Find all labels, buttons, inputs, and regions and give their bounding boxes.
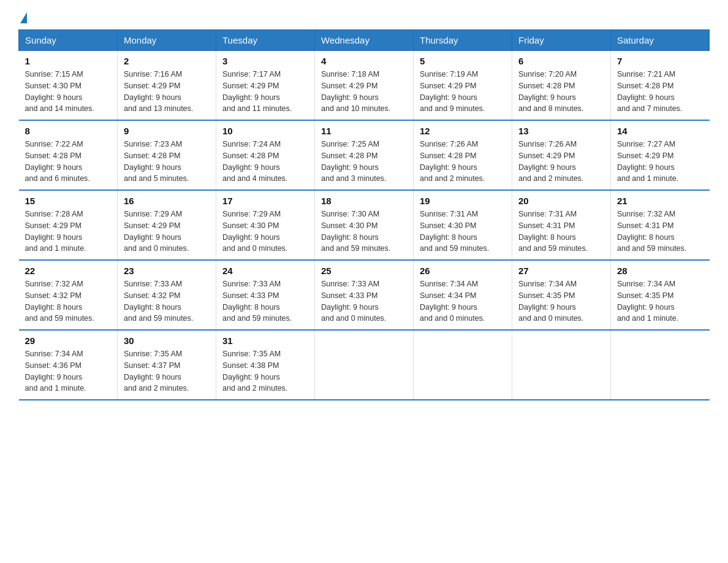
calendar-cell: 9Sunrise: 7:23 AMSunset: 4:28 PMDaylight… <box>118 120 216 190</box>
calendar-cell: 21Sunrise: 7:32 AMSunset: 4:31 PMDayligh… <box>611 190 710 260</box>
column-header-saturday: Saturday <box>611 30 710 51</box>
day-number: 9 <box>124 126 210 136</box>
calendar-header-row: SundayMondayTuesdayWednesdayThursdayFrid… <box>19 30 710 51</box>
day-info: Sunrise: 7:27 AMSunset: 4:29 PMDaylight:… <box>617 139 703 185</box>
calendar-cell: 31Sunrise: 7:35 AMSunset: 4:38 PMDayligh… <box>216 330 315 400</box>
day-number: 25 <box>321 266 407 276</box>
calendar-cell <box>315 330 414 400</box>
day-number: 27 <box>518 266 604 276</box>
day-number: 19 <box>420 196 506 206</box>
calendar-cell: 16Sunrise: 7:29 AMSunset: 4:29 PMDayligh… <box>118 190 216 260</box>
day-info: Sunrise: 7:26 AMSunset: 4:29 PMDaylight:… <box>518 139 604 185</box>
day-number: 24 <box>222 266 308 276</box>
calendar-cell: 24Sunrise: 7:33 AMSunset: 4:33 PMDayligh… <box>216 260 315 330</box>
day-number: 12 <box>420 126 506 136</box>
day-number: 7 <box>617 56 703 66</box>
calendar-cell <box>512 330 611 400</box>
calendar-cell: 20Sunrise: 7:31 AMSunset: 4:31 PMDayligh… <box>512 190 611 260</box>
week-row-5: 29Sunrise: 7:34 AMSunset: 4:36 PMDayligh… <box>19 330 710 400</box>
day-number: 4 <box>321 56 407 66</box>
day-info: Sunrise: 7:21 AMSunset: 4:28 PMDaylight:… <box>617 69 703 115</box>
calendar-table: SundayMondayTuesdayWednesdayThursdayFrid… <box>18 29 710 400</box>
day-info: Sunrise: 7:29 AMSunset: 4:30 PMDaylight:… <box>222 209 308 255</box>
day-number: 5 <box>420 56 506 66</box>
day-number: 11 <box>321 126 407 136</box>
day-info: Sunrise: 7:33 AMSunset: 4:33 PMDaylight:… <box>321 278 407 324</box>
day-info: Sunrise: 7:33 AMSunset: 4:33 PMDaylight:… <box>222 278 308 324</box>
calendar-cell: 12Sunrise: 7:26 AMSunset: 4:28 PMDayligh… <box>414 120 512 190</box>
week-row-4: 22Sunrise: 7:32 AMSunset: 4:32 PMDayligh… <box>19 260 710 330</box>
day-number: 10 <box>222 126 308 136</box>
day-number: 16 <box>124 196 210 206</box>
calendar-cell: 27Sunrise: 7:34 AMSunset: 4:35 PMDayligh… <box>512 260 611 330</box>
day-number: 18 <box>321 196 407 206</box>
day-info: Sunrise: 7:34 AMSunset: 4:35 PMDaylight:… <box>617 278 703 324</box>
day-info: Sunrise: 7:23 AMSunset: 4:28 PMDaylight:… <box>124 139 210 185</box>
column-header-friday: Friday <box>512 30 611 51</box>
calendar-cell <box>414 330 512 400</box>
logo-triangle-icon <box>20 12 27 23</box>
day-info: Sunrise: 7:25 AMSunset: 4:28 PMDaylight:… <box>321 139 407 185</box>
calendar-cell: 3Sunrise: 7:17 AMSunset: 4:29 PMDaylight… <box>216 51 315 121</box>
day-info: Sunrise: 7:15 AMSunset: 4:30 PMDaylight:… <box>25 69 112 115</box>
day-number: 6 <box>518 56 604 66</box>
calendar-cell <box>611 330 710 400</box>
day-info: Sunrise: 7:33 AMSunset: 4:32 PMDaylight:… <box>124 278 210 324</box>
day-info: Sunrise: 7:19 AMSunset: 4:29 PMDaylight:… <box>420 69 506 115</box>
calendar-cell: 14Sunrise: 7:27 AMSunset: 4:29 PMDayligh… <box>611 120 710 190</box>
calendar-cell: 25Sunrise: 7:33 AMSunset: 4:33 PMDayligh… <box>315 260 414 330</box>
calendar-cell: 22Sunrise: 7:32 AMSunset: 4:32 PMDayligh… <box>19 260 118 330</box>
day-number: 2 <box>124 56 210 66</box>
day-info: Sunrise: 7:34 AMSunset: 4:36 PMDaylight:… <box>25 348 112 394</box>
day-number: 8 <box>25 126 112 136</box>
calendar-cell: 10Sunrise: 7:24 AMSunset: 4:28 PMDayligh… <box>216 120 315 190</box>
day-info: Sunrise: 7:17 AMSunset: 4:29 PMDaylight:… <box>222 69 308 115</box>
column-header-tuesday: Tuesday <box>216 30 315 51</box>
day-info: Sunrise: 7:18 AMSunset: 4:29 PMDaylight:… <box>321 69 407 115</box>
column-header-sunday: Sunday <box>19 30 118 51</box>
day-info: Sunrise: 7:35 AMSunset: 4:38 PMDaylight:… <box>222 348 308 394</box>
day-info: Sunrise: 7:22 AMSunset: 4:28 PMDaylight:… <box>25 139 112 185</box>
day-number: 14 <box>617 126 703 136</box>
day-info: Sunrise: 7:30 AMSunset: 4:30 PMDaylight:… <box>321 209 407 255</box>
day-number: 30 <box>124 335 210 346</box>
day-info: Sunrise: 7:34 AMSunset: 4:35 PMDaylight:… <box>518 278 604 324</box>
day-number: 21 <box>617 196 703 206</box>
week-row-2: 8Sunrise: 7:22 AMSunset: 4:28 PMDaylight… <box>19 120 710 190</box>
day-number: 13 <box>518 126 604 136</box>
day-number: 20 <box>518 196 604 206</box>
calendar-cell: 19Sunrise: 7:31 AMSunset: 4:30 PMDayligh… <box>414 190 512 260</box>
page-header <box>18 12 710 23</box>
day-number: 15 <box>25 196 112 206</box>
day-info: Sunrise: 7:31 AMSunset: 4:31 PMDaylight:… <box>518 209 604 255</box>
day-number: 1 <box>25 56 112 66</box>
day-info: Sunrise: 7:32 AMSunset: 4:31 PMDaylight:… <box>617 209 703 255</box>
calendar-cell: 18Sunrise: 7:30 AMSunset: 4:30 PMDayligh… <box>315 190 414 260</box>
day-info: Sunrise: 7:31 AMSunset: 4:30 PMDaylight:… <box>420 209 506 255</box>
calendar-cell: 30Sunrise: 7:35 AMSunset: 4:37 PMDayligh… <box>118 330 216 400</box>
calendar-cell: 28Sunrise: 7:34 AMSunset: 4:35 PMDayligh… <box>611 260 710 330</box>
calendar-cell: 15Sunrise: 7:28 AMSunset: 4:29 PMDayligh… <box>19 190 118 260</box>
calendar-cell: 13Sunrise: 7:26 AMSunset: 4:29 PMDayligh… <box>512 120 611 190</box>
calendar-cell: 29Sunrise: 7:34 AMSunset: 4:36 PMDayligh… <box>19 330 118 400</box>
day-info: Sunrise: 7:28 AMSunset: 4:29 PMDaylight:… <box>25 209 112 255</box>
calendar-cell: 7Sunrise: 7:21 AMSunset: 4:28 PMDaylight… <box>611 51 710 121</box>
week-row-1: 1Sunrise: 7:15 AMSunset: 4:30 PMDaylight… <box>19 51 710 121</box>
week-row-3: 15Sunrise: 7:28 AMSunset: 4:29 PMDayligh… <box>19 190 710 260</box>
day-info: Sunrise: 7:26 AMSunset: 4:28 PMDaylight:… <box>420 139 506 185</box>
day-number: 28 <box>617 266 703 276</box>
day-number: 26 <box>420 266 506 276</box>
day-number: 3 <box>222 56 308 66</box>
day-info: Sunrise: 7:16 AMSunset: 4:29 PMDaylight:… <box>124 69 210 115</box>
calendar-cell: 11Sunrise: 7:25 AMSunset: 4:28 PMDayligh… <box>315 120 414 190</box>
day-info: Sunrise: 7:29 AMSunset: 4:29 PMDaylight:… <box>124 209 210 255</box>
day-number: 17 <box>222 196 308 206</box>
day-info: Sunrise: 7:34 AMSunset: 4:34 PMDaylight:… <box>420 278 506 324</box>
day-info: Sunrise: 7:35 AMSunset: 4:37 PMDaylight:… <box>124 348 210 394</box>
logo <box>18 12 27 23</box>
day-number: 23 <box>124 266 210 276</box>
day-number: 31 <box>222 335 308 346</box>
column-header-monday: Monday <box>118 30 216 51</box>
column-header-thursday: Thursday <box>414 30 512 51</box>
day-number: 22 <box>25 266 112 276</box>
